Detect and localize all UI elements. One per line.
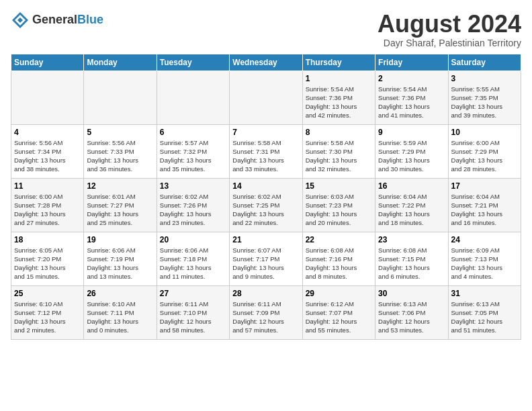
day-cell: 11Sunrise: 6:00 AMSunset: 7:28 PMDayligh… [11,178,84,232]
day-number: 24 [451,235,518,244]
day-cell: 31Sunrise: 6:13 AMSunset: 7:05 PMDayligh… [448,285,521,339]
day-number: 27 [160,289,226,298]
day-number: 31 [451,289,518,298]
day-info: Sunrise: 6:08 AMSunset: 7:15 PMDaylight:… [378,246,445,281]
day-cell: 22Sunrise: 6:08 AMSunset: 7:16 PMDayligh… [302,232,375,285]
day-cell [157,71,229,124]
day-cell: 25Sunrise: 6:10 AMSunset: 7:12 PMDayligh… [11,285,84,339]
day-info: Sunrise: 5:59 AMSunset: 7:29 PMDaylight:… [378,138,445,174]
day-number: 19 [87,235,153,244]
day-number: 1 [306,74,372,83]
day-info: Sunrise: 6:06 AMSunset: 7:18 PMDaylight:… [160,246,226,281]
day-info: Sunrise: 6:00 AMSunset: 7:29 PMDaylight:… [451,138,518,174]
day-info: Sunrise: 5:58 AMSunset: 7:31 PMDaylight:… [232,138,299,174]
day-cell: 10Sunrise: 6:00 AMSunset: 7:29 PMDayligh… [448,124,521,178]
day-number: 2 [378,74,445,83]
day-number: 20 [160,235,226,244]
day-cell: 2Sunrise: 5:54 AMSunset: 7:36 PMDaylight… [375,71,448,124]
col-header-tuesday: Tuesday [157,54,229,71]
week-row-1: 1Sunrise: 5:54 AMSunset: 7:36 PMDaylight… [11,71,521,124]
day-cell: 15Sunrise: 6:03 AMSunset: 7:23 PMDayligh… [302,178,375,232]
col-header-monday: Monday [84,54,157,71]
day-info: Sunrise: 6:04 AMSunset: 7:22 PMDaylight:… [378,192,445,228]
day-cell: 24Sunrise: 6:09 AMSunset: 7:13 PMDayligh… [448,232,521,285]
day-cell: 16Sunrise: 6:04 AMSunset: 7:22 PMDayligh… [375,178,448,232]
day-info: Sunrise: 5:55 AMSunset: 7:35 PMDaylight:… [451,85,518,120]
day-cell: 30Sunrise: 6:13 AMSunset: 7:06 PMDayligh… [375,285,448,339]
day-cell: 14Sunrise: 6:02 AMSunset: 7:25 PMDayligh… [230,178,302,232]
day-number: 6 [160,128,226,137]
logo-text: GeneralBlue [32,13,103,27]
day-info: Sunrise: 6:13 AMSunset: 7:05 PMDaylight:… [451,300,518,335]
week-row-3: 11Sunrise: 6:00 AMSunset: 7:28 PMDayligh… [11,178,521,232]
week-row-5: 25Sunrise: 6:10 AMSunset: 7:12 PMDayligh… [11,285,521,339]
day-number: 10 [451,128,518,137]
logo-icon [11,11,30,30]
col-header-saturday: Saturday [448,54,521,71]
day-cell [84,71,157,124]
day-info: Sunrise: 6:04 AMSunset: 7:21 PMDaylight:… [451,192,518,228]
day-info: Sunrise: 6:01 AMSunset: 7:27 PMDaylight:… [87,192,153,228]
col-header-friday: Friday [375,54,448,71]
col-header-sunday: Sunday [11,54,84,71]
week-row-4: 18Sunrise: 6:05 AMSunset: 7:20 PMDayligh… [11,232,521,285]
day-cell: 12Sunrise: 6:01 AMSunset: 7:27 PMDayligh… [84,178,157,232]
day-cell: 8Sunrise: 5:58 AMSunset: 7:30 PMDaylight… [302,124,375,178]
day-info: Sunrise: 6:02 AMSunset: 7:26 PMDaylight:… [160,192,226,228]
day-info: Sunrise: 6:02 AMSunset: 7:25 PMDaylight:… [232,192,299,228]
day-cell: 19Sunrise: 6:06 AMSunset: 7:19 PMDayligh… [84,232,157,285]
day-cell: 21Sunrise: 6:07 AMSunset: 7:17 PMDayligh… [230,232,302,285]
day-info: Sunrise: 6:09 AMSunset: 7:13 PMDaylight:… [451,246,518,281]
day-cell: 5Sunrise: 5:56 AMSunset: 7:33 PMDaylight… [84,124,157,178]
day-cell: 7Sunrise: 5:58 AMSunset: 7:31 PMDaylight… [230,124,302,178]
day-cell [230,71,302,124]
day-cell: 6Sunrise: 5:57 AMSunset: 7:32 PMDaylight… [157,124,229,178]
day-cell: 28Sunrise: 6:11 AMSunset: 7:09 PMDayligh… [230,285,302,339]
day-cell: 4Sunrise: 5:56 AMSunset: 7:34 PMDaylight… [11,124,84,178]
day-number: 28 [232,289,299,298]
day-info: Sunrise: 5:54 AMSunset: 7:36 PMDaylight:… [306,85,372,120]
day-number: 16 [378,181,445,191]
day-info: Sunrise: 6:05 AMSunset: 7:20 PMDaylight:… [14,246,81,281]
day-info: Sunrise: 5:58 AMSunset: 7:30 PMDaylight:… [306,138,372,174]
day-number: 12 [87,181,153,191]
day-number: 30 [378,289,445,298]
day-info: Sunrise: 6:13 AMSunset: 7:06 PMDaylight:… [378,300,445,335]
day-number: 21 [232,235,299,244]
day-info: Sunrise: 5:56 AMSunset: 7:33 PMDaylight:… [87,138,153,174]
day-info: Sunrise: 6:06 AMSunset: 7:19 PMDaylight:… [87,246,153,281]
day-number: 15 [306,181,372,191]
day-number: 5 [87,128,153,137]
day-cell: 18Sunrise: 6:05 AMSunset: 7:20 PMDayligh… [11,232,84,285]
day-cell: 20Sunrise: 6:06 AMSunset: 7:18 PMDayligh… [157,232,229,285]
day-info: Sunrise: 6:00 AMSunset: 7:28 PMDaylight:… [14,192,81,228]
day-cell: 23Sunrise: 6:08 AMSunset: 7:15 PMDayligh… [375,232,448,285]
day-info: Sunrise: 6:11 AMSunset: 7:10 PMDaylight:… [160,300,226,335]
day-number: 13 [160,181,226,191]
day-info: Sunrise: 6:07 AMSunset: 7:17 PMDaylight:… [232,246,299,281]
day-cell: 27Sunrise: 6:11 AMSunset: 7:10 PMDayligh… [157,285,229,339]
day-number: 22 [306,235,372,244]
day-cell: 13Sunrise: 6:02 AMSunset: 7:26 PMDayligh… [157,178,229,232]
day-info: Sunrise: 6:10 AMSunset: 7:11 PMDaylight:… [87,300,153,335]
day-info: Sunrise: 6:08 AMSunset: 7:16 PMDaylight:… [306,246,372,281]
day-info: Sunrise: 6:11 AMSunset: 7:09 PMDaylight:… [232,300,299,335]
day-cell: 1Sunrise: 5:54 AMSunset: 7:36 PMDaylight… [302,71,375,124]
day-number: 25 [14,289,81,298]
col-header-wednesday: Wednesday [230,54,302,71]
subtitle: Dayr Sharaf, Palestinian Territory [378,38,521,48]
day-cell: 17Sunrise: 6:04 AMSunset: 7:21 PMDayligh… [448,178,521,232]
day-info: Sunrise: 6:10 AMSunset: 7:12 PMDaylight:… [14,300,81,335]
day-info: Sunrise: 5:56 AMSunset: 7:34 PMDaylight:… [14,138,81,174]
day-number: 11 [14,181,81,191]
day-info: Sunrise: 6:03 AMSunset: 7:23 PMDaylight:… [306,192,372,228]
day-number: 9 [378,128,445,137]
day-number: 29 [306,289,372,298]
logo: GeneralBlue [11,11,103,30]
day-number: 4 [14,128,81,137]
col-header-thursday: Thursday [302,54,375,71]
day-number: 7 [232,128,299,137]
day-info: Sunrise: 6:12 AMSunset: 7:07 PMDaylight:… [306,300,372,335]
page-header: GeneralBlue August 2024 Dayr Sharaf, Pal… [11,11,521,48]
day-number: 23 [378,235,445,244]
